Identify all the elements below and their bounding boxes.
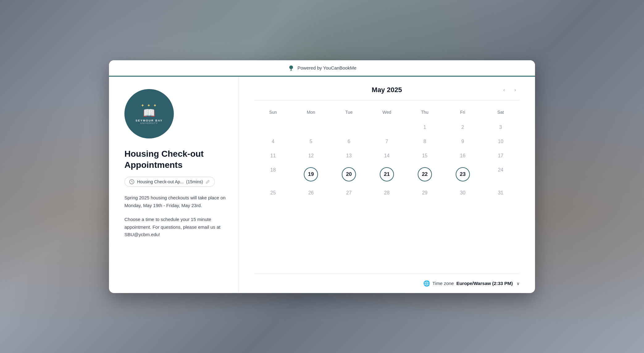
calendar-dow-sat: Sat [482, 107, 520, 120]
org-logo: ✦ ✦ ✦ 📖 SEYMOUR BAY UNIVERSITY [124, 89, 174, 138]
timezone-value: Europe/Warsaw (2:33 PM) [456, 281, 513, 286]
calendar-date-29: 29 [406, 186, 444, 200]
calendar-date-28: 28 [368, 186, 406, 200]
next-month-button[interactable]: › [511, 86, 520, 94]
calendar-date-6: 6 [330, 134, 368, 149]
calendar-dow-fri: Fri [444, 107, 482, 120]
calendar-date-22[interactable]: 22 [406, 163, 444, 186]
logo-org-name: SEYMOUR BAY [136, 119, 163, 122]
calendar-date-15: 15 [406, 149, 444, 163]
calendar-divider [254, 100, 520, 100]
calendar-date-14: 14 [368, 149, 406, 163]
appointment-badge: Housing Check-out Ap... (15mins) [124, 177, 215, 187]
description-2: Choose a time to schedule your 15 minute… [124, 216, 226, 239]
calendar-footer: 🌐 Time zone Europe/Warsaw (2:33 PM) ∨ [254, 274, 520, 287]
calendar-date-9: 9 [444, 134, 482, 149]
calendar-dow-sun: Sun [254, 107, 292, 120]
calendar-date-5: 5 [292, 134, 330, 149]
calendar-date-10: 10 [482, 134, 520, 149]
calendar-empty-cell [330, 120, 368, 134]
calendar-dow-tue: Tue [330, 107, 368, 120]
calendar-date-16: 16 [444, 149, 482, 163]
calendar-date-17: 17 [482, 149, 520, 163]
timezone-label: Time zone [433, 281, 454, 286]
calendar-date-8: 8 [406, 134, 444, 149]
calendar-empty-cell [368, 120, 406, 134]
calendar-date-31: 31 [482, 186, 520, 200]
modal-header: Powered by YouCanBookMe [109, 60, 535, 77]
calendar-dow-thu: Thu [406, 107, 444, 120]
calendar-date-27: 27 [330, 186, 368, 200]
calendar-date-2: 2 [444, 120, 482, 134]
calendar-date-7: 7 [368, 134, 406, 149]
edit-icon[interactable] [205, 179, 210, 184]
calendar-dow-wed: Wed [368, 107, 406, 120]
calendar-date-3: 3 [482, 120, 520, 134]
badge-duration: (15mins) [186, 179, 203, 184]
calendar-empty-cell [254, 120, 292, 134]
globe-icon: 🌐 [423, 280, 430, 287]
calendar-grid: SunMonTueWedThuFriSat1234567891011121314… [254, 107, 520, 200]
calendar-date-20[interactable]: 20 [330, 163, 368, 186]
badge-label: Housing Check-out Ap... [137, 179, 184, 184]
description-1: Spring 2025 housing checkouts will take … [124, 194, 226, 210]
calendar-date-19[interactable]: 19 [292, 163, 330, 186]
timezone-dropdown-button[interactable]: ∨ [516, 281, 520, 286]
logo-book-icon: 📖 [136, 108, 163, 118]
description: Spring 2025 housing checkouts will take … [124, 194, 226, 239]
calendar-date-1: 1 [406, 120, 444, 134]
calendar-date-25: 25 [254, 186, 292, 200]
modal-container: Powered by YouCanBookMe ✦ ✦ ✦ 📖 SEYMOUR … [109, 60, 535, 293]
logo-inner: ✦ ✦ ✦ 📖 SEYMOUR BAY UNIVERSITY [136, 103, 163, 124]
calendar-date-18: 18 [254, 163, 292, 186]
calendar-date-21[interactable]: 21 [368, 163, 406, 186]
powered-by-text: Powered by YouCanBookMe [298, 65, 357, 70]
page-title: Housing Check-out Appointments [124, 148, 226, 171]
left-panel: ✦ ✦ ✦ 📖 SEYMOUR BAY UNIVERSITY Housing C… [109, 77, 239, 293]
modal-body: ✦ ✦ ✦ 📖 SEYMOUR BAY UNIVERSITY Housing C… [109, 77, 535, 293]
calendar-header: May 2025 ‹ › [254, 86, 520, 94]
ycbm-logo-icon [288, 65, 295, 71]
calendar-empty-cell [292, 120, 330, 134]
nav-arrows: ‹ › [500, 86, 520, 94]
calendar-date-13: 13 [330, 149, 368, 163]
calendar-date-23[interactable]: 23 [444, 163, 482, 186]
calendar-date-26: 26 [292, 186, 330, 200]
prev-month-button[interactable]: ‹ [500, 86, 508, 94]
calendar-date-24: 24 [482, 163, 520, 186]
right-panel: May 2025 ‹ › SunMonTueWedThuFriSat123456… [239, 77, 535, 293]
calendar-date-12: 12 [292, 149, 330, 163]
clock-icon [129, 179, 135, 185]
calendar-dow-mon: Mon [292, 107, 330, 120]
calendar-date-4: 4 [254, 134, 292, 149]
logo-org-sub: UNIVERSITY [136, 122, 163, 124]
calendar-date-30: 30 [444, 186, 482, 200]
calendar-date-11: 11 [254, 149, 292, 163]
calendar-title: May 2025 [372, 86, 402, 94]
